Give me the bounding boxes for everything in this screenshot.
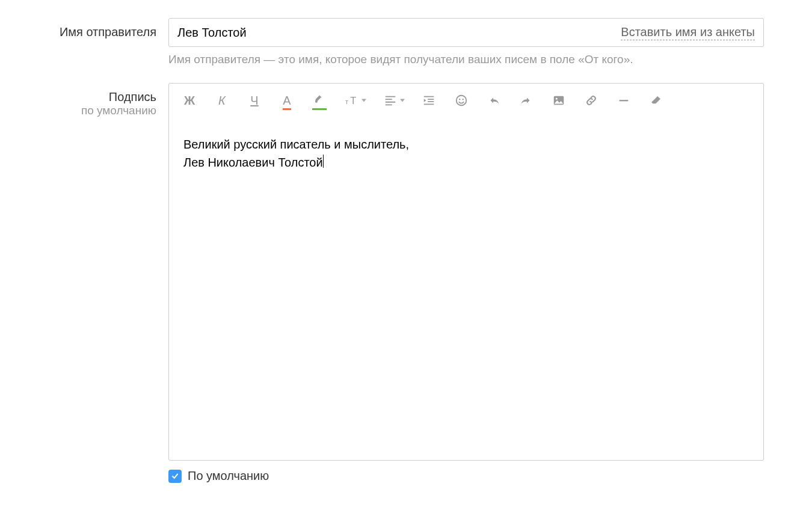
svg-text:т: т — [345, 98, 348, 105]
signature-line1: Великий русский писатель и мыслитель, — [183, 135, 749, 153]
chevron-down-icon — [361, 99, 366, 102]
highlight-icon — [313, 94, 326, 107]
signature-label-line1: Подпись — [24, 90, 156, 104]
check-icon — [171, 472, 179, 480]
chevron-down-icon — [400, 99, 405, 102]
italic-button[interactable]: К — [214, 92, 230, 109]
signature-line2: Лев Николаевич Толстой — [183, 153, 749, 171]
align-icon — [384, 94, 397, 107]
underline-button[interactable]: Ч — [246, 92, 263, 109]
sender-label-text: Имя отправителя — [60, 25, 156, 38]
text-color-underline-icon — [283, 108, 291, 110]
clear-format-button[interactable] — [648, 92, 665, 109]
svg-point-4 — [463, 99, 464, 100]
insert-name-link[interactable]: Вставить имя из анкеты — [621, 25, 755, 40]
redo-button[interactable] — [518, 92, 535, 109]
outdent-icon — [422, 94, 435, 107]
undo-button[interactable] — [485, 92, 502, 109]
minus-icon — [617, 94, 630, 107]
signature-editor: Ж К Ч А — [168, 83, 764, 461]
default-checkbox-label: По умолчанию — [188, 469, 269, 483]
sender-name-input[interactable] — [177, 19, 621, 46]
default-checkbox[interactable] — [168, 470, 182, 483]
svg-point-2 — [457, 96, 467, 106]
image-button[interactable] — [550, 92, 567, 109]
signature-label: Подпись по умолчанию — [24, 83, 168, 117]
underline-icon: Ч — [250, 94, 258, 108]
sender-name-label: Имя отправителя — [24, 18, 168, 39]
font-size-icon: т Т — [345, 94, 358, 107]
bold-icon: Ж — [184, 94, 195, 108]
align-button[interactable] — [382, 92, 399, 109]
link-button[interactable] — [583, 92, 600, 109]
default-checkbox-row: По умолчанию — [168, 469, 764, 483]
text-color-icon: А — [283, 94, 291, 108]
bold-button[interactable]: Ж — [181, 92, 198, 109]
emoji-icon — [455, 94, 468, 107]
outdent-button[interactable] — [420, 92, 437, 109]
link-icon — [585, 94, 598, 107]
text-color-button[interactable]: А — [278, 92, 295, 109]
font-size-button[interactable]: т Т — [343, 92, 360, 109]
highlight-underline-icon — [312, 108, 327, 110]
highlight-button[interactable] — [311, 92, 328, 109]
signature-row: Подпись по умолчанию Ж К Ч А — [24, 83, 788, 483]
eraser-icon — [650, 94, 663, 107]
svg-rect-7 — [620, 100, 629, 101]
svg-point-6 — [556, 98, 558, 100]
signature-textarea[interactable]: Великий русский писатель и мыслитель, Ле… — [169, 117, 763, 460]
redo-icon — [520, 94, 533, 107]
emoji-button[interactable] — [453, 92, 470, 109]
signature-label-line2: по умолчанию — [24, 104, 156, 117]
svg-point-3 — [459, 99, 460, 100]
image-icon — [552, 94, 565, 107]
italic-icon: К — [218, 94, 226, 108]
horizontal-rule-button[interactable] — [615, 92, 632, 109]
text-cursor — [323, 155, 324, 168]
svg-text:Т: Т — [350, 95, 356, 106]
sender-hint: Имя отправителя — это имя, которое видят… — [168, 53, 764, 66]
sender-name-input-wrap: Вставить имя из анкеты — [168, 18, 764, 47]
undo-icon — [487, 94, 500, 107]
sender-name-row: Имя отправителя Вставить имя из анкеты И… — [24, 18, 788, 78]
editor-toolbar: Ж К Ч А — [169, 84, 763, 117]
